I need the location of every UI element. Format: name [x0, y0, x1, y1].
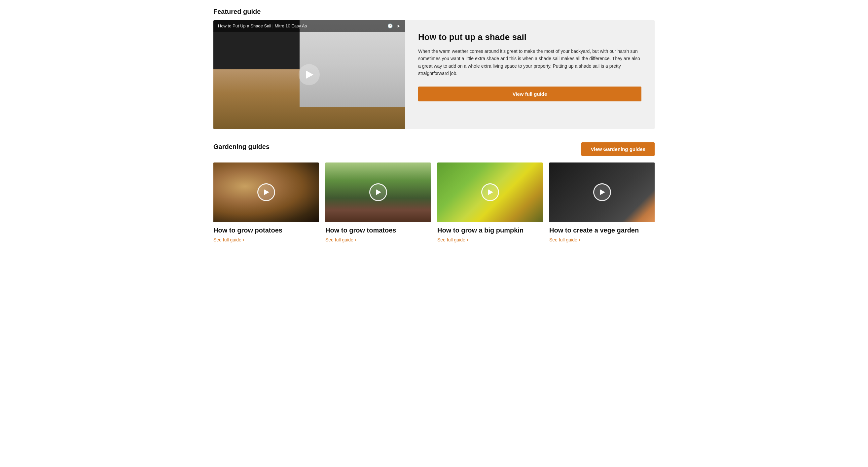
guide-info-pumpkin: How to grow a big pumpkin See full guide: [437, 222, 542, 246]
guides-grid: How to grow potatoes See full guide How …: [213, 162, 655, 246]
play-circle-tomatoes[interactable]: [369, 183, 387, 201]
guide-thumb-pumpkin[interactable]: [437, 162, 542, 222]
featured-guide-description: When the warm weather comes around it's …: [418, 48, 642, 77]
guide-info-vege: How to create a vege garden See full gui…: [549, 222, 655, 246]
video-title-text: How to Put Up a Shade Sail | Mitre 10 Ea…: [218, 24, 307, 28]
guide-thumb-vege[interactable]: [549, 162, 655, 222]
gardening-section-title: Gardening guides: [213, 143, 270, 151]
page-wrapper: Featured guide How to Put Up a Shade Sai…: [203, 0, 665, 254]
guide-link-vege[interactable]: See full guide: [549, 237, 655, 243]
video-title-bar: How to Put Up a Shade Sail | Mitre 10 Ea…: [213, 20, 405, 32]
featured-card: How to Put Up a Shade Sail | Mitre 10 Ea…: [213, 20, 655, 129]
featured-guide-title: How to put up a shade sail: [418, 32, 642, 42]
video-icons: 🕐 ➤: [388, 24, 400, 28]
play-circle-vege[interactable]: [593, 183, 611, 201]
guide-card-vege: How to create a vege garden See full gui…: [549, 162, 655, 246]
gardening-header: Gardening guides View Gardening guides: [213, 142, 655, 156]
guide-thumb-potatoes[interactable]: [213, 162, 319, 222]
play-circle-potatoes[interactable]: [257, 183, 275, 201]
guide-link-tomatoes[interactable]: See full guide: [326, 237, 431, 243]
guide-title-vege: How to create a vege garden: [549, 226, 655, 234]
featured-info: How to put up a shade sail When the warm…: [405, 20, 655, 129]
guide-title-pumpkin: How to grow a big pumpkin: [437, 226, 542, 234]
view-full-guide-button[interactable]: View full guide: [418, 87, 642, 101]
guide-title-tomatoes: How to grow tomatoes: [326, 226, 431, 234]
view-gardening-guides-button[interactable]: View Gardening guides: [581, 142, 655, 156]
featured-section-title: Featured guide: [213, 8, 655, 15]
guide-link-potatoes[interactable]: See full guide: [213, 237, 319, 243]
featured-video[interactable]: How to Put Up a Shade Sail | Mitre 10 Ea…: [213, 20, 405, 129]
play-circle-pumpkin[interactable]: [481, 183, 499, 201]
guide-card-pumpkin: How to grow a big pumpkin See full guide: [437, 162, 542, 246]
gardening-section: Gardening guides View Gardening guides H…: [213, 142, 655, 246]
guide-card-potatoes: How to grow potatoes See full guide: [213, 162, 319, 246]
clock-icon: 🕐: [388, 24, 393, 28]
share-icon: ➤: [397, 24, 400, 28]
guide-thumb-tomatoes[interactable]: [326, 162, 431, 222]
guide-link-pumpkin[interactable]: See full guide: [437, 237, 542, 243]
guide-card-tomatoes: How to grow tomatoes See full guide: [326, 162, 431, 246]
featured-play-button[interactable]: [299, 64, 320, 85]
guide-info-tomatoes: How to grow tomatoes See full guide: [326, 222, 431, 246]
guide-title-potatoes: How to grow potatoes: [213, 226, 319, 234]
featured-section: Featured guide How to Put Up a Shade Sai…: [213, 8, 655, 129]
guide-info-potatoes: How to grow potatoes See full guide: [213, 222, 319, 246]
